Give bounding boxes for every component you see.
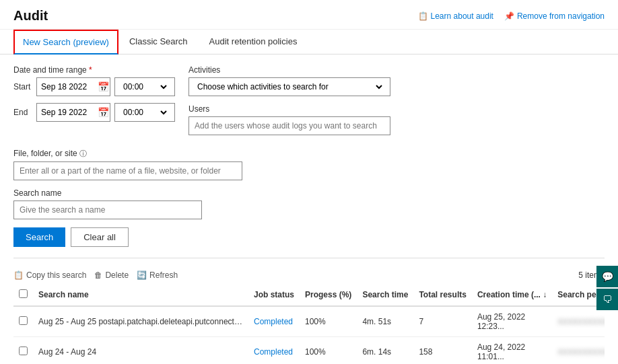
col-search-time: Search time	[357, 284, 413, 306]
results-table: Search name Job status Progess (%) Searc…	[13, 284, 605, 364]
tab-classic-search[interactable]: Classic Search	[118, 30, 199, 54]
col-total-results: Total results	[413, 284, 471, 306]
file-input[interactable]	[13, 161, 242, 180]
refresh-icon: 🔄	[137, 270, 147, 280]
chat-button[interactable]: 💬	[596, 266, 618, 287]
delete-icon: 🗑	[94, 270, 102, 280]
cell-total-results: 158	[413, 337, 471, 365]
help-button[interactable]: 🗨	[596, 289, 618, 310]
select-all-header	[13, 284, 33, 306]
end-label: End	[13, 108, 32, 117]
activities-select[interactable]: Choose which activities to search for	[188, 77, 390, 96]
row-checkbox-0[interactable]	[19, 316, 28, 325]
delete-button[interactable]: 🗑 Delete	[94, 270, 129, 280]
top-actions: 📋 Learn about audit 📌 Remove from naviga…	[418, 11, 605, 21]
cell-search-time: 4m. 51s	[357, 306, 413, 337]
cell-search-name: Aug 25 - Aug 25 postapi.patchapi.deletea…	[33, 306, 248, 337]
start-time-select[interactable]: 00:00	[114, 77, 175, 96]
copy-icon: 📋	[13, 270, 24, 280]
cell-creation-time: Aug 25, 2022 12:23...	[472, 306, 552, 337]
row-checkbox-cell	[13, 337, 33, 365]
main-content: Date and time range * Start 📅 00:00 End	[0, 54, 618, 364]
page-title: Audit	[13, 8, 48, 24]
tab-retention-policies[interactable]: Audit retention policies	[199, 30, 308, 54]
calendar-icon-end[interactable]: 📅	[98, 107, 109, 118]
date-time-label: Date and time range *	[13, 65, 175, 75]
cell-performed-by: XXXXXXXXXXXXXXXXX	[552, 306, 605, 337]
start-date-input[interactable]: 📅	[36, 77, 110, 96]
button-row: Search Clear all	[13, 227, 605, 247]
search-button[interactable]: Search	[13, 227, 65, 247]
unpin-icon: 📌	[504, 11, 514, 21]
file-label: File, folder, or site ⓘ	[13, 149, 249, 159]
row-checkbox-1[interactable]	[19, 347, 28, 355]
cell-progress: 100%	[300, 306, 357, 337]
col-job-status: Job status	[248, 284, 300, 306]
results-table-container: Search name Job status Progess (%) Searc…	[13, 284, 605, 364]
cell-total-results: 7	[413, 306, 471, 337]
users-input[interactable]	[188, 116, 390, 135]
search-name-label: Search name	[13, 188, 202, 198]
toolbar-actions: 📋 Copy this search 🗑 Delete 🔄 Refresh	[13, 270, 178, 280]
right-panel: 💬 🗨	[596, 266, 618, 310]
table-body: Aug 25 - Aug 25 postapi.patchapi.deletea…	[13, 306, 605, 364]
activities-group: Activities Choose which activities to se…	[188, 65, 390, 135]
copy-search-button[interactable]: 📋 Copy this search	[13, 270, 86, 280]
tab-bar: New Search (preview) Classic Search Audi…	[0, 30, 618, 54]
results-toolbar: 📋 Copy this search 🗑 Delete 🔄 Refresh 5 …	[13, 266, 605, 284]
select-all-checkbox[interactable]	[19, 289, 28, 298]
form-row-1: Date and time range * Start 📅 00:00 End	[13, 65, 605, 180]
section-divider	[13, 258, 605, 258]
activities-label: Activities	[188, 65, 390, 75]
refresh-button[interactable]: 🔄 Refresh	[137, 270, 178, 280]
end-date-field[interactable]	[41, 108, 95, 117]
learn-about-audit-link[interactable]: 📋 Learn about audit	[418, 11, 493, 21]
file-group: File, folder, or site ⓘ	[13, 149, 249, 180]
cell-job-status[interactable]: Completed	[248, 306, 300, 337]
table-header-row: Search name Job status Progess (%) Searc…	[13, 284, 605, 306]
end-date-input[interactable]: 📅	[36, 103, 110, 122]
date-time-group: Date and time range * Start 📅 00:00 End	[13, 65, 175, 135]
col-search-name: Search name	[33, 284, 248, 306]
col-creation-time[interactable]: Creation time (... ↓	[472, 284, 552, 306]
start-date-field[interactable]	[41, 82, 95, 92]
search-name-group: Search name	[13, 188, 202, 219]
table-row: Aug 24 - Aug 24 Completed 100% 6m. 14s 1…	[13, 337, 605, 365]
end-time-field[interactable]: 00:00	[121, 107, 169, 118]
file-info-icon[interactable]: ⓘ	[79, 149, 87, 157]
end-time-select[interactable]: 00:00	[114, 103, 175, 122]
start-time-field[interactable]: 00:00	[121, 81, 169, 92]
tab-new-search[interactable]: New Search (preview)	[13, 30, 118, 54]
cell-progress: 100%	[300, 337, 357, 365]
top-bar: Audit 📋 Learn about audit 📌 Remove from …	[0, 0, 618, 30]
table-row: Aug 25 - Aug 25 postapi.patchapi.deletea…	[13, 306, 605, 337]
col-progress: Progess (%)	[300, 284, 357, 306]
cell-search-name: Aug 24 - Aug 24	[33, 337, 248, 365]
clear-button[interactable]: Clear all	[71, 227, 129, 247]
cell-job-status[interactable]: Completed	[248, 337, 300, 365]
users-label: Users	[188, 104, 390, 114]
row-checkbox-cell	[13, 306, 33, 337]
cell-search-time: 6m. 14s	[357, 337, 413, 365]
cell-creation-time: Aug 24, 2022 11:01...	[472, 337, 552, 365]
info-icon: 📋	[418, 11, 428, 21]
search-name-input[interactable]	[13, 201, 202, 219]
calendar-icon[interactable]: 📅	[98, 81, 109, 92]
remove-from-navigation-link[interactable]: 📌 Remove from navigation	[504, 11, 605, 21]
start-label: Start	[13, 82, 32, 92]
activities-field[interactable]: Choose which activities to search for	[195, 81, 384, 92]
cell-performed-by: XXXXXXXXXXXXXXXXX	[552, 337, 605, 365]
